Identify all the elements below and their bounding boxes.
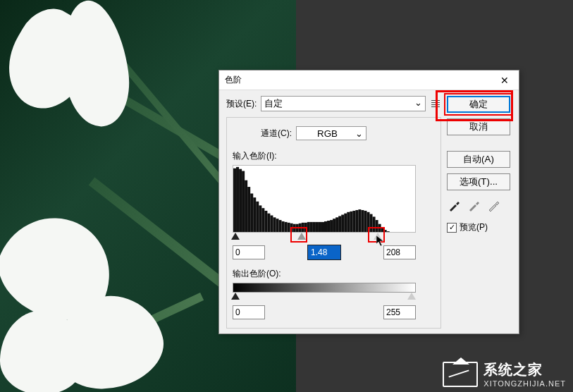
channel-row: 通道(C): RGB ⌄ [233, 122, 435, 145]
svg-rect-46 [364, 211, 366, 232]
close-icon: ✕ [500, 75, 509, 86]
ok-button[interactable]: 确定 [447, 96, 510, 113]
svg-rect-26 [307, 222, 310, 232]
gray-eyedropper-icon[interactable] [468, 199, 481, 212]
input-black-field[interactable] [233, 245, 265, 259]
svg-rect-37 [338, 216, 341, 232]
svg-rect-10 [261, 208, 264, 232]
svg-rect-16 [279, 220, 282, 232]
svg-rect-5 [247, 187, 250, 232]
close-button[interactable]: ✕ [491, 71, 519, 90]
svg-rect-6 [250, 193, 253, 232]
cancel-button[interactable]: 取消 [447, 118, 510, 135]
svg-rect-38 [341, 215, 344, 232]
svg-rect-43 [355, 210, 358, 232]
eyedropper-row [448, 199, 512, 212]
histogram[interactable] [233, 165, 416, 233]
dialog-left-column: 预设(E): 自定 ⌄ 通道(C): RGB ⌄ 输入色阶(I): [226, 96, 441, 329]
white-eyedropper-icon[interactable] [488, 199, 500, 212]
check-icon: ✓ [449, 223, 455, 232]
auto-button[interactable]: 自动(A) [447, 151, 510, 168]
input-slider-track[interactable] [233, 233, 416, 243]
output-levels-label: 输出色阶(O): [233, 268, 435, 280]
channel-group: 通道(C): RGB ⌄ 输入色阶(I): [226, 117, 441, 329]
input-white-field[interactable] [383, 245, 416, 259]
watermark-text-cn: 系统之家 [483, 360, 566, 379]
svg-rect-30 [319, 222, 321, 232]
input-gamma-slider[interactable] [297, 233, 306, 240]
dialog-body: 预设(E): 自定 ⌄ 通道(C): RGB ⌄ 输入色阶(I): [219, 90, 519, 334]
output-white-slider[interactable] [407, 293, 416, 300]
svg-rect-18 [285, 222, 288, 232]
svg-rect-3 [242, 171, 245, 232]
svg-rect-54 [387, 231, 390, 232]
levels-dialog: 色阶 ✕ 预设(E): 自定 ⌄ 通道(C): RGB [218, 70, 519, 334]
svg-rect-8 [256, 202, 259, 232]
preset-menu-icon[interactable] [430, 98, 441, 109]
svg-rect-32 [324, 221, 327, 232]
svg-rect-41 [350, 212, 352, 232]
output-gradient [233, 283, 416, 293]
svg-rect-45 [361, 210, 364, 232]
svg-rect-2 [239, 169, 242, 232]
output-black-slider[interactable] [231, 293, 240, 300]
watermark-text-en: XITONGZHIJIA.NET [483, 379, 566, 388]
output-slider-track[interactable] [233, 293, 416, 302]
svg-rect-15 [276, 219, 278, 232]
output-white-field[interactable] [383, 305, 416, 319]
svg-rect-36 [335, 217, 338, 232]
svg-rect-14 [273, 217, 276, 232]
svg-rect-7 [253, 197, 256, 232]
watermark-logo-icon [443, 362, 478, 387]
output-black-field[interactable] [233, 305, 265, 319]
svg-rect-39 [344, 214, 347, 232]
options-button[interactable]: 选项(T)... [447, 173, 510, 190]
output-values-row [233, 305, 416, 319]
svg-rect-28 [313, 222, 316, 232]
channel-select[interactable]: RGB ⌄ [296, 126, 366, 140]
svg-rect-1 [236, 167, 239, 232]
dialog-titlebar[interactable]: 色阶 ✕ [219, 71, 519, 90]
dialog-title: 色阶 [225, 74, 242, 86]
histogram-svg [233, 166, 415, 232]
preview-row[interactable]: ✓ 预览(P) [447, 221, 512, 233]
watermark: 系统之家 XITONGZHIJIA.NET [443, 360, 566, 388]
black-eyedropper-icon[interactable] [448, 199, 461, 212]
dialog-right-column: 确定 取消 自动(A) 选项(T)... ✓ 预览(P) [441, 96, 512, 329]
preview-label: 预览(P) [460, 221, 488, 233]
svg-rect-44 [358, 209, 361, 232]
cursor-icon [376, 235, 385, 247]
channel-value: RGB [317, 128, 338, 139]
preset-label: 预设(E): [226, 98, 257, 110]
svg-rect-27 [310, 222, 313, 232]
svg-rect-42 [352, 211, 355, 232]
preset-select[interactable]: 自定 ⌄ [261, 96, 426, 111]
preview-checkbox[interactable]: ✓ [447, 223, 457, 233]
svg-rect-9 [259, 205, 261, 232]
input-gamma-field[interactable] [308, 245, 340, 259]
input-values-row [233, 245, 416, 259]
svg-rect-31 [321, 222, 324, 232]
svg-rect-33 [327, 221, 330, 232]
svg-rect-29 [316, 222, 319, 232]
input-levels-label: 输入色阶(I): [233, 150, 435, 162]
svg-rect-4 [245, 180, 247, 232]
input-black-slider[interactable] [231, 233, 240, 240]
svg-rect-13 [270, 216, 273, 233]
svg-rect-12 [267, 214, 270, 232]
preset-value: 自定 [264, 98, 283, 109]
svg-rect-34 [330, 220, 333, 232]
svg-rect-40 [347, 212, 350, 232]
svg-rect-0 [233, 169, 236, 232]
channel-label: 通道(C): [261, 128, 292, 140]
svg-rect-11 [264, 211, 267, 232]
svg-rect-35 [333, 219, 335, 232]
preset-row: 预设(E): 自定 ⌄ [226, 96, 441, 111]
svg-rect-17 [282, 221, 285, 232]
